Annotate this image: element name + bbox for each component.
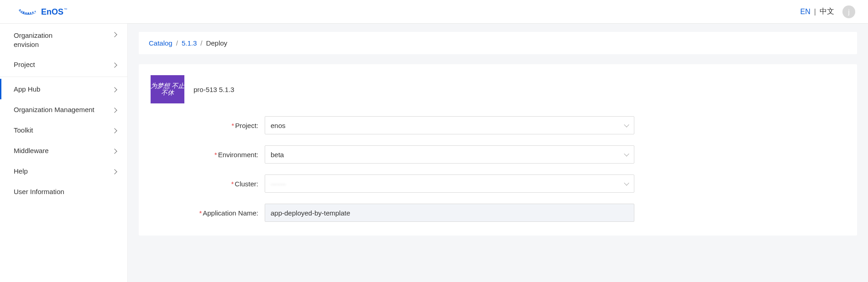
language-switch: EN | 中文 xyxy=(800,7,834,16)
header-right: EN | 中文 j xyxy=(800,5,855,18)
svg-point-6 xyxy=(32,11,33,13)
select-value: ········ xyxy=(271,180,286,188)
logo[interactable]: EnOS ™ xyxy=(17,6,77,18)
sidebar-item-project[interactable]: Project xyxy=(0,54,127,75)
deploy-form-card: 为梦想 不止不休 pro-513 5.1.3 *Project: enos *E… xyxy=(139,64,857,236)
sidebar-item-label: App Hub xyxy=(14,85,40,93)
sidebar-item-app-hub[interactable]: App Hub xyxy=(0,79,127,99)
card-title: pro-513 5.1.3 xyxy=(193,86,234,93)
svg-point-4 xyxy=(27,12,29,14)
sidebar-item-label: Organization xyxy=(14,31,52,40)
breadcrumb-sep: / xyxy=(176,39,178,47)
chevron-right-icon xyxy=(112,108,117,113)
label-project: *Project: xyxy=(151,122,265,129)
chevron-down-icon xyxy=(624,180,629,185)
required-icon: * xyxy=(231,122,234,129)
form-row-cluster: *Cluster: ········ xyxy=(151,174,845,193)
breadcrumb-current: Deploy xyxy=(206,39,227,47)
sidebar-item-help[interactable]: Help xyxy=(0,161,127,181)
sidebar-item-sublabel: envision xyxy=(14,40,52,49)
svg-point-0 xyxy=(19,9,21,10)
sidebar: Organization envision Project App Hub Or… xyxy=(0,24,128,282)
sidebar-item-user-information[interactable]: User Information xyxy=(0,181,127,202)
lang-zh[interactable]: 中文 xyxy=(820,7,834,16)
breadcrumb-card: Catalog / 5.1.3 / Deploy xyxy=(139,32,857,54)
svg-point-1 xyxy=(21,10,23,12)
card-header: 为梦想 不止不休 pro-513 5.1.3 xyxy=(151,75,845,103)
select-value: enos xyxy=(271,122,286,129)
required-icon: * xyxy=(199,209,202,217)
chevron-right-icon xyxy=(112,62,117,67)
select-project[interactable]: enos xyxy=(265,116,634,134)
chevron-right-icon xyxy=(112,169,117,174)
lang-sep: | xyxy=(814,8,816,16)
input-appname[interactable] xyxy=(265,204,634,222)
form-row-project: *Project: enos xyxy=(151,116,845,134)
svg-point-5 xyxy=(30,12,31,14)
chevron-down-icon xyxy=(624,151,629,156)
label-appname: *Application Name: xyxy=(151,209,265,217)
main-content: Catalog / 5.1.3 / Deploy 为梦想 不止不休 pro-51… xyxy=(128,24,868,282)
sidebar-item-middleware[interactable]: Middleware xyxy=(0,140,127,161)
sidebar-item-toolkit[interactable]: Toolkit xyxy=(0,120,127,140)
sidebar-item-label: Organization Management xyxy=(14,106,94,113)
svg-point-2 xyxy=(23,11,25,13)
svg-text:™: ™ xyxy=(64,8,67,11)
sidebar-item-label: Project xyxy=(14,61,35,68)
lang-en[interactable]: EN xyxy=(800,8,810,16)
form-row-appname: *Application Name: xyxy=(151,204,845,222)
sidebar-item-label: Help xyxy=(14,167,28,175)
app-header: EnOS ™ EN | 中文 j xyxy=(0,0,868,24)
sidebar-item-label: Toolkit xyxy=(14,126,33,134)
form-row-environment: *Environment: beta xyxy=(151,145,845,164)
svg-point-7 xyxy=(35,10,36,11)
sidebar-item-label: User Information xyxy=(14,188,64,195)
svg-text:EnOS: EnOS xyxy=(41,7,63,16)
sidebar-item-org-management[interactable]: Organization Management xyxy=(0,99,127,120)
breadcrumb-catalog[interactable]: Catalog xyxy=(149,39,173,47)
breadcrumb-sep: / xyxy=(200,39,202,47)
sidebar-item-label: Middleware xyxy=(14,147,49,154)
select-value: beta xyxy=(271,151,284,159)
label-environment: *Environment: xyxy=(151,151,265,159)
required-icon: * xyxy=(231,180,234,188)
avatar[interactable]: j xyxy=(842,5,855,18)
chevron-right-icon xyxy=(112,128,117,133)
sidebar-divider xyxy=(0,77,127,77)
chevron-right-icon xyxy=(112,149,117,154)
svg-point-3 xyxy=(26,12,27,14)
select-environment[interactable]: beta xyxy=(265,145,634,164)
select-cluster[interactable]: ········ xyxy=(265,174,634,193)
breadcrumb-version[interactable]: 5.1.3 xyxy=(182,39,197,47)
label-cluster: *Cluster: xyxy=(151,180,265,188)
breadcrumb: Catalog / 5.1.3 / Deploy xyxy=(149,39,847,47)
chevron-down-icon xyxy=(624,122,629,127)
sidebar-item-organization[interactable]: Organization envision xyxy=(0,26,127,54)
chevron-right-icon xyxy=(112,32,117,37)
app-thumbnail: 为梦想 不止不休 xyxy=(151,75,184,103)
logo-icon: EnOS ™ xyxy=(17,6,77,18)
chevron-right-icon xyxy=(112,87,117,92)
required-icon: * xyxy=(214,151,217,159)
